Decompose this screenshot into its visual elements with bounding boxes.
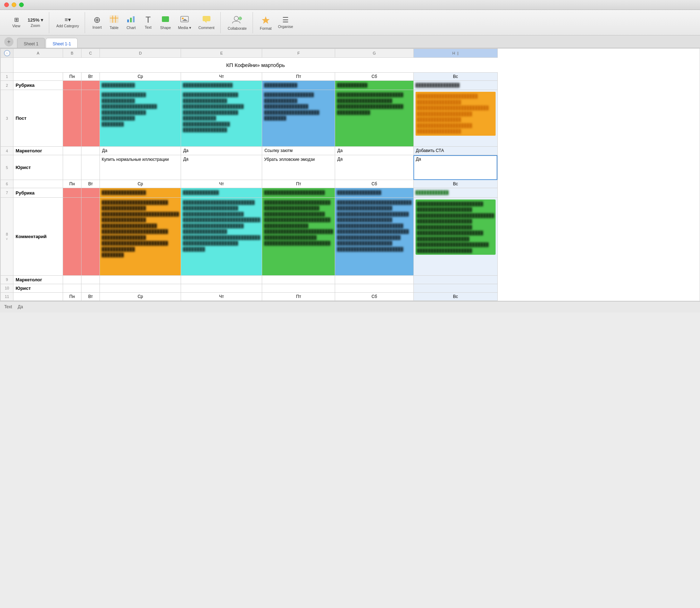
cell-9a[interactable]: Маркетолог xyxy=(13,275,63,284)
media-button[interactable]: Media ▾ xyxy=(175,13,194,32)
chart-button[interactable]: Chart xyxy=(123,13,139,32)
cell-1g[interactable]: Сб xyxy=(335,73,413,81)
view-button[interactable]: ⊞ View xyxy=(9,13,24,32)
cell-1b[interactable]: Пн xyxy=(63,73,81,81)
cell-3d[interactable]: ████████████████████████████████████████… xyxy=(100,90,181,147)
cell-1c[interactable]: Вт xyxy=(81,73,100,81)
cell-5d[interactable]: Купить нормальные иллюстрации xyxy=(100,155,181,180)
cell-10h[interactable] xyxy=(413,284,497,292)
cell-10c[interactable] xyxy=(81,284,100,292)
cell-4a[interactable]: Маркетолог xyxy=(13,147,63,155)
cell-6b[interactable]: Пн xyxy=(63,180,81,188)
cell-3h[interactable]: ████████████████████████████████████████… xyxy=(413,90,497,147)
cell-4d[interactable]: Да xyxy=(100,147,181,155)
col-header-e[interactable]: E xyxy=(181,49,262,58)
format-button[interactable]: Format xyxy=(257,13,275,32)
cell-10b[interactable] xyxy=(63,284,81,292)
cell-2f[interactable]: ████████████ xyxy=(262,81,335,90)
cell-3g[interactable]: ████████████████████████████████████████… xyxy=(335,90,413,147)
cell-11a[interactable] xyxy=(13,292,63,300)
cell-4g[interactable]: Да xyxy=(335,147,413,155)
collaborate-button[interactable]: Collaborate xyxy=(225,13,250,32)
cell-10e[interactable] xyxy=(181,284,262,292)
zoom-button[interactable]: 125% ▾ Zoom xyxy=(25,13,46,32)
cell-11d[interactable]: Ср xyxy=(100,292,181,300)
cell-9c[interactable] xyxy=(81,275,100,284)
cell-8d[interactable]: ████████████████████████████████████████… xyxy=(100,197,181,275)
cell-4c[interactable] xyxy=(81,147,100,155)
cell-1h[interactable]: Вс xyxy=(413,73,497,81)
cell-8e[interactable]: ████████████████████████████████████████… xyxy=(181,197,262,275)
tab-sheet1[interactable]: Sheet 1 xyxy=(17,38,45,48)
add-category-button[interactable]: ≡▾ Add Category xyxy=(53,13,82,32)
organise-button[interactable]: ☰ Organise xyxy=(275,13,296,32)
cell-6h[interactable]: Вс xyxy=(413,180,497,188)
close-button[interactable] xyxy=(4,2,9,7)
cell-3c[interactable] xyxy=(81,90,100,147)
cell-6d[interactable]: Ср xyxy=(100,180,181,188)
cell-8h[interactable]: ████████████████████████████████████████… xyxy=(413,197,497,275)
cell-11g[interactable]: Сб xyxy=(335,292,413,300)
cell-9d[interactable] xyxy=(100,275,181,284)
cell-11h[interactable]: Вс xyxy=(413,292,497,300)
cell-7g[interactable]: ████████████████ xyxy=(335,188,413,197)
cell-7d[interactable]: ████████████████ xyxy=(100,188,181,197)
cell-2g[interactable]: ███████████ xyxy=(335,81,413,90)
cell-11f[interactable]: Пт xyxy=(262,292,335,300)
cell-10g[interactable] xyxy=(335,284,413,292)
cell-11b[interactable]: Пн xyxy=(63,292,81,300)
col-header-a[interactable]: A xyxy=(13,49,63,58)
cell-5h-selected[interactable]: Да xyxy=(413,155,497,180)
col-header-b[interactable]: B xyxy=(63,49,81,58)
cell-4b[interactable] xyxy=(63,147,81,155)
cell-4f[interactable]: Ссылку заютм xyxy=(262,147,335,155)
cell-5e[interactable]: Да xyxy=(181,155,262,180)
cell-8f[interactable]: ████████████████████████████████████████… xyxy=(262,197,335,275)
cell-1a[interactable] xyxy=(13,73,63,81)
cell-5f[interactable]: Убрать эпловские эмодзи xyxy=(262,155,335,180)
cell-4h[interactable]: Добавить СТА xyxy=(413,147,497,155)
cell-10f[interactable] xyxy=(262,284,335,292)
col-header-d[interactable]: D xyxy=(100,49,181,58)
cell-9b[interactable] xyxy=(63,275,81,284)
cell-7c[interactable] xyxy=(81,188,100,197)
cell-3f[interactable]: ████████████████████████████████████████… xyxy=(262,90,335,147)
cell-5g[interactable]: Да xyxy=(335,155,413,180)
cell-3e[interactable]: ████████████████████████████████████████… xyxy=(181,90,262,147)
cell-5a[interactable]: Юрист xyxy=(13,155,63,180)
shape-button[interactable]: Shape xyxy=(157,13,174,32)
cell-1e[interactable]: Чт xyxy=(181,73,262,81)
cell-2d[interactable]: ████████████ xyxy=(100,81,181,90)
col-header-c[interactable]: C xyxy=(81,49,100,58)
text-button[interactable]: T Text xyxy=(140,13,156,32)
cell-3b[interactable] xyxy=(63,90,81,147)
cell-1f[interactable]: Пт xyxy=(262,73,335,81)
cell-2a[interactable]: Рубрика xyxy=(13,81,63,90)
cell-7b[interactable] xyxy=(63,188,81,197)
cell-1d[interactable]: Ср xyxy=(100,73,181,81)
cell-10a[interactable]: Юрист xyxy=(13,284,63,292)
maximize-button[interactable] xyxy=(19,2,24,7)
insert-button[interactable]: ⊕ Insert xyxy=(89,13,105,32)
add-sheet-button[interactable]: + xyxy=(4,37,13,46)
cell-8c[interactable] xyxy=(81,197,100,275)
cell-6a[interactable] xyxy=(13,180,63,188)
spreadsheet-title-cell[interactable]: КП Кофейни» мартобрь xyxy=(13,58,498,73)
col-header-g[interactable]: G xyxy=(335,49,413,58)
cell-6f[interactable]: Пт xyxy=(262,180,335,188)
cell-7a[interactable]: Рубрика xyxy=(13,188,63,197)
cell-5b[interactable] xyxy=(63,155,81,180)
cell-9f[interactable] xyxy=(262,275,335,284)
cell-6e[interactable]: Чт xyxy=(181,180,262,188)
comment-button[interactable]: Comment xyxy=(196,13,218,32)
cell-11e[interactable]: Чт xyxy=(181,292,262,300)
tab-sheet1-1[interactable]: Sheet 1-1 xyxy=(46,38,78,48)
cell-8g[interactable]: ████████████████████████████████████████… xyxy=(335,197,413,275)
cell-6g[interactable]: Сб xyxy=(335,180,413,188)
cell-3a[interactable]: Пост xyxy=(13,90,63,147)
cell-10d[interactable] xyxy=(100,284,181,292)
cell-8a[interactable]: Комментарий xyxy=(13,197,63,275)
table-button[interactable]: Table xyxy=(106,13,122,32)
cell-2c[interactable] xyxy=(81,81,100,90)
cell-7f[interactable]: ██████████████████████ xyxy=(262,188,335,197)
